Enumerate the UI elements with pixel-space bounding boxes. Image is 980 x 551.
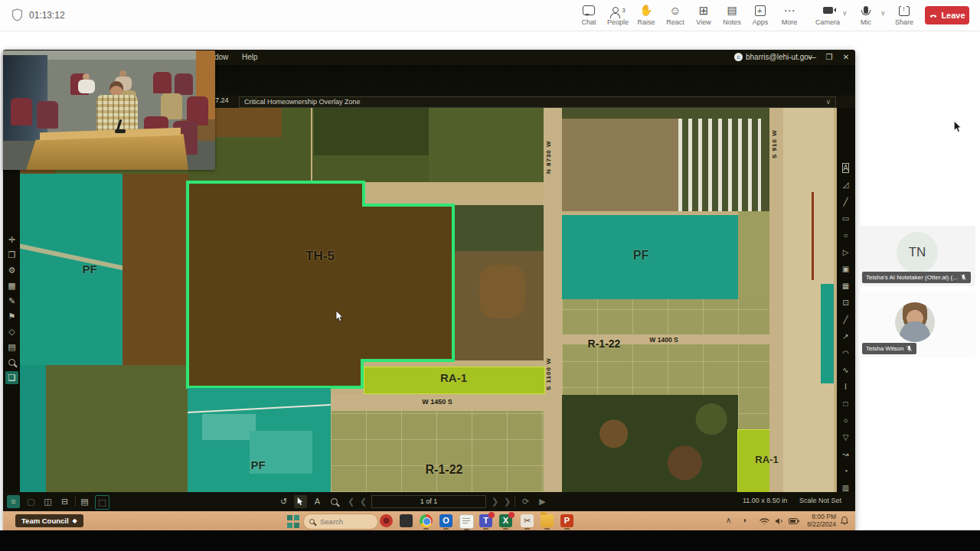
contents-pane-icon[interactable]: ≡ [7, 495, 20, 508]
speaker-icon[interactable] [775, 517, 783, 525]
flag-tool-icon[interactable]: ⚑ [5, 310, 18, 323]
pointer-tool-icon[interactable] [294, 495, 307, 508]
leave-button[interactable]: Leave [925, 6, 969, 24]
participant-tile-notetaker[interactable]: TN Teisha's AI Notetaker (Otter.ai) (... [859, 226, 975, 286]
folder-icon[interactable] [541, 514, 554, 527]
webcam-video[interactable] [3, 51, 215, 170]
edit-map-tool-icon[interactable]: ✎ [5, 295, 18, 308]
select-text-tool-icon[interactable]: A [311, 495, 324, 508]
notification-bell-icon[interactable] [841, 517, 848, 525]
dimension-tool-icon[interactable]: I [839, 380, 852, 393]
page-indicator[interactable]: 1 of 1 [371, 495, 486, 508]
pie-tool-icon[interactable]: ◔ [839, 465, 852, 478]
divider [514, 497, 515, 507]
play-icon[interactable]: ▶ [536, 495, 549, 508]
hang-up-icon [929, 11, 938, 20]
line-callout-tool-icon[interactable]: ╱ [839, 195, 852, 208]
settings-tool-icon[interactable]: ⚙ [5, 264, 18, 277]
snip-tool-icon[interactable]: ✂ [521, 514, 534, 527]
line-tool-icon[interactable]: ╱ [839, 313, 852, 326]
north-arrow-tool-icon[interactable]: ▣ [839, 262, 852, 276]
menu-help[interactable]: Help [242, 53, 258, 61]
clock[interactable]: 8:00 PM 8/22/2024 [802, 514, 836, 528]
chat-button[interactable]: Chat [574, 4, 603, 28]
close-button[interactable]: ✕ [839, 51, 853, 64]
wifi-icon[interactable] [760, 517, 769, 525]
arrow-tool-icon[interactable]: ↗ [839, 330, 852, 343]
menu-window-partial[interactable]: dow [214, 53, 228, 61]
meeting-pill[interactable]: Team Council ◆ [15, 514, 83, 527]
refresh-icon[interactable]: ⟳ [519, 495, 532, 508]
app-icon-dark[interactable] [400, 514, 413, 527]
zone-label-pf-right: PF [618, 249, 664, 262]
ellipse-tool-icon[interactable]: ○ [839, 414, 852, 427]
text-tool-icon[interactable]: A [839, 161, 852, 174]
scale-label: Scale Not Set [799, 497, 841, 504]
teams-icon[interactable]: T [479, 514, 492, 527]
start-button[interactable] [286, 514, 301, 529]
share-button[interactable]: Share [890, 4, 919, 28]
mic-button[interactable]: Mic [851, 4, 880, 28]
people-button[interactable]: 3 People [603, 4, 632, 28]
arc-tool-icon[interactable]: ◠ [839, 347, 852, 360]
more-button[interactable]: ⋯ More [775, 4, 804, 28]
tray-chevron-icon[interactable]: ∧ [726, 516, 731, 524]
camera-button[interactable]: Camera [813, 4, 842, 28]
next-page-icon[interactable]: ❯ [488, 495, 501, 508]
taskbar-search[interactable] [303, 514, 378, 530]
mic-muted-icon [960, 274, 967, 281]
avatar-photo [895, 302, 935, 342]
export-page-icon[interactable]: ▤ [78, 495, 91, 508]
app-icon-red[interactable] [380, 514, 393, 527]
mic-chevron-icon[interactable]: ∨ [880, 9, 886, 17]
tray-app-icon[interactable]: ◗ [743, 516, 747, 524]
participant-tile-teisha[interactable]: Teisha Wilson [859, 292, 975, 357]
polygon2-tool-icon[interactable]: ▽ [839, 431, 852, 444]
excel-icon[interactable]: X [499, 514, 512, 527]
picture-tool-icon[interactable]: ▦ [839, 279, 852, 292]
polygon-tool-icon[interactable]: ▷ [839, 246, 852, 259]
rectangle-tool-icon[interactable]: ▭ [839, 212, 852, 225]
notes-button[interactable]: ▤ Notes [717, 4, 746, 28]
minimize-button[interactable]: — [805, 51, 819, 64]
restore-button[interactable]: ❐ [822, 51, 836, 64]
zoom-tool-icon[interactable] [328, 495, 341, 508]
apps-button[interactable]: Apps [746, 4, 775, 28]
polygon-text-tool-icon[interactable]: ◿ [839, 178, 852, 191]
rectangle2-tool-icon[interactable]: □ [839, 397, 852, 410]
search-input[interactable] [318, 517, 360, 527]
chrome-icon[interactable] [420, 514, 433, 527]
split-vertical-icon[interactable]: ◫ [41, 495, 54, 508]
first-page-icon[interactable]: ❮ [345, 495, 358, 508]
camera-chevron-icon[interactable]: ∨ [842, 9, 848, 17]
extent-frame-tool-icon[interactable]: ⊡ [839, 296, 852, 309]
single-layout-icon[interactable]: ▢ [24, 495, 38, 508]
table-tool-icon[interactable]: ▦ [5, 279, 18, 292]
search-tool-icon[interactable] [5, 356, 18, 369]
participant-name-chip: Teisha's AI Notetaker (Otter.ai) (... [862, 272, 971, 283]
powerpoint-icon[interactable]: P [560, 514, 573, 527]
pages-tool-icon[interactable]: ❒ [5, 249, 18, 262]
rotate-view-icon[interactable]: ↺ [277, 495, 290, 508]
version-label: 7.24 [215, 96, 229, 104]
document-icon[interactable] [459, 514, 474, 529]
locate-tool-icon[interactable]: ✛ [5, 233, 18, 246]
identify-tool-icon[interactable]: ❑ [5, 371, 18, 384]
raise-hand-button[interactable]: ✋ Raise [632, 4, 661, 28]
prev-page-icon[interactable]: ❮ [357, 495, 370, 508]
curve-tool-icon[interactable]: ∿ [839, 364, 852, 377]
last-page-icon[interactable]: ❯ [501, 495, 514, 508]
split-horizontal-icon[interactable]: ⊟ [58, 495, 71, 508]
overlay-zone-dropdown[interactable]: Critical Homeownership Overlay Zone ∨ [239, 96, 836, 108]
freehand-tool-icon[interactable]: ↝ [839, 448, 852, 461]
react-button[interactable]: ☺ React [661, 4, 690, 28]
layout-frame-icon[interactable]: ⬚ [95, 495, 109, 510]
shape-tool-icon[interactable]: ◇ [5, 325, 18, 338]
layers-tool-icon[interactable]: ▤ [5, 341, 18, 354]
circle-tool-icon[interactable]: ○ [839, 229, 852, 242]
notification-badge [508, 512, 514, 518]
outlook-icon[interactable]: O [439, 514, 452, 527]
view-button[interactable]: ⊞ View [689, 4, 718, 28]
microphone-base [115, 129, 126, 133]
battery-icon[interactable] [789, 518, 799, 524]
